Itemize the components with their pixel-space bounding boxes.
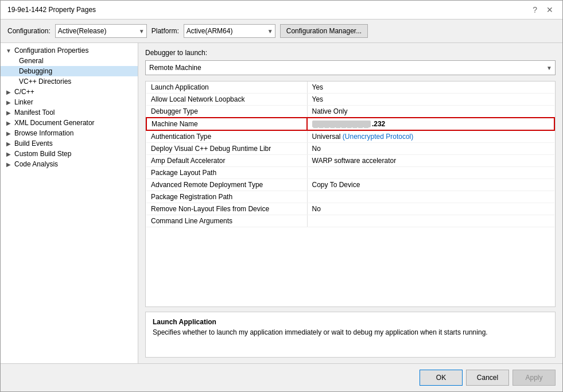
table-row[interactable]: Allow Local Network Loopback Yes: [146, 94, 554, 106]
sidebar-item-vc-dirs[interactable]: VC++ Directories: [1, 76, 138, 87]
prop-name: Package Layout Path: [146, 167, 307, 179]
table-row-machine-name[interactable]: Machine Name ██████████.232: [146, 118, 554, 130]
config-manager-button[interactable]: Configuration Manager...: [280, 24, 368, 38]
right-panel: Debugger to launch: Remote Machine Local…: [138, 43, 562, 363]
table-row[interactable]: Deploy Visual C++ Debug Runtime Libr No: [146, 143, 554, 155]
platform-select[interactable]: Active(ARM64) x64 x86: [184, 24, 275, 38]
sidebar-item-label: Debugging: [19, 67, 52, 75]
prop-name: Advanced Remote Deployment Type: [146, 179, 307, 191]
expander-icon: ▶: [5, 120, 12, 126]
table-row[interactable]: Amp Default Accelerator WARP software ac…: [146, 155, 554, 167]
sidebar-item-manifest-tool[interactable]: ▶ Manifest Tool: [1, 107, 138, 118]
dialog-title: 19-9e1-1442 Property Pages: [7, 6, 96, 14]
prop-name: Machine Name: [146, 118, 307, 130]
prop-value: No: [307, 203, 554, 215]
config-label: Configuration:: [7, 27, 51, 35]
table-row[interactable]: Command Line Arguments: [146, 215, 554, 227]
main-content: ▼ Configuration Properties General Debug…: [1, 43, 562, 363]
expander-icon: ▶: [5, 161, 12, 168]
table-row[interactable]: Package Layout Path: [146, 167, 554, 179]
title-bar: 19-9e1-1442 Property Pages ? ✕: [1, 1, 562, 20]
prop-value: Yes: [307, 94, 554, 106]
prop-name: Launch Application: [146, 81, 307, 94]
prop-name: Debugger Type: [146, 106, 307, 118]
sidebar-item-cpp[interactable]: ▶ C/C++: [1, 87, 138, 97]
sidebar: ▼ Configuration Properties General Debug…: [1, 43, 138, 363]
button-bar: OK Cancel Apply: [1, 363, 562, 391]
table-row[interactable]: Debugger Type Native Only: [146, 106, 554, 118]
apply-button[interactable]: Apply: [512, 370, 556, 386]
description-title: Launch Application: [153, 318, 548, 326]
prop-value: Copy To Device: [307, 179, 554, 191]
machine-name-display: ██████████.232: [312, 120, 549, 128]
sidebar-item-label: Browse Information: [14, 129, 73, 137]
help-button[interactable]: ?: [530, 5, 539, 14]
config-select[interactable]: Active(Release) Debug Release: [55, 24, 147, 38]
prop-value: WARP software accelerator: [307, 155, 554, 167]
description-box: Launch Application Specifies whether to …: [145, 312, 556, 358]
ip-blurred: ██████████: [312, 121, 371, 127]
prop-value: [307, 167, 554, 179]
sidebar-item-label: Configuration Properties: [14, 46, 88, 55]
sidebar-item-linker[interactable]: ▶ Linker: [1, 97, 138, 107]
properties-table: Launch Application Yes Allow Local Netwo…: [146, 81, 555, 227]
properties-table-container: Launch Application Yes Allow Local Netwo…: [145, 81, 556, 307]
expander-icon: ▶: [5, 89, 12, 95]
expander-icon: ▶: [5, 151, 12, 157]
sidebar-item-config-props[interactable]: ▼ Configuration Properties: [1, 45, 138, 56]
sidebar-item-label: XML Document Generator: [14, 119, 95, 127]
table-row[interactable]: Package Registration Path: [146, 191, 554, 203]
sidebar-item-label: VC++ Directories: [19, 77, 71, 86]
table-row[interactable]: Remove Non-Layout Files from Device No: [146, 203, 554, 215]
sidebar-item-general[interactable]: General: [1, 56, 138, 66]
expander-icon: ▶: [5, 130, 12, 137]
prop-name: Command Line Arguments: [146, 215, 307, 227]
ok-button[interactable]: OK: [420, 370, 463, 386]
config-select-wrap: Active(Release) Debug Release ▼: [55, 24, 147, 38]
prop-value: [307, 215, 554, 227]
table-row[interactable]: Authentication Type Universal (Unencrypt…: [146, 130, 554, 143]
sidebar-item-label: C/C++: [14, 88, 34, 96]
sidebar-item-label: Manifest Tool: [14, 108, 55, 117]
prop-value: Native Only: [307, 106, 554, 118]
expander-icon: ▶: [5, 110, 12, 116]
description-text: Specifies whether to launch my applicati…: [153, 328, 548, 336]
expander-icon: ▶: [5, 141, 12, 147]
sidebar-item-label: Linker: [14, 98, 33, 106]
expander-icon: ▼: [5, 48, 12, 54]
sidebar-item-label: Code Analysis: [14, 160, 58, 168]
debugger-select[interactable]: Remote Machine Local Machine Simulator: [145, 60, 556, 75]
prop-value: No: [307, 143, 554, 155]
prop-value: Universal (Unencrypted Protocol): [307, 130, 554, 143]
sidebar-item-code-analysis[interactable]: ▶ Code Analysis: [1, 159, 138, 169]
prop-name: Deploy Visual C++ Debug Runtime Libr: [146, 143, 307, 155]
debugger-select-wrap: Remote Machine Local Machine Simulator ▼: [145, 60, 556, 75]
sidebar-item-debugging[interactable]: Debugging: [1, 66, 138, 76]
prop-value-machine-name: ██████████.232: [307, 118, 554, 130]
sidebar-item-browse-info[interactable]: ▶ Browse Information: [1, 128, 138, 138]
ip-suffix: .232: [372, 120, 385, 128]
sidebar-item-label: Custom Build Step: [14, 150, 71, 158]
sidebar-item-label: General: [19, 57, 44, 65]
sidebar-item-custom-build[interactable]: ▶ Custom Build Step: [1, 149, 138, 159]
cancel-button[interactable]: Cancel: [466, 370, 509, 386]
title-bar-buttons: ? ✕: [530, 5, 556, 14]
debugger-label: Debugger to launch:: [145, 49, 556, 57]
property-pages-dialog: 19-9e1-1442 Property Pages ? ✕ Configura…: [0, 0, 563, 392]
prop-name: Package Registration Path: [146, 191, 307, 203]
table-row[interactable]: Advanced Remote Deployment Type Copy To …: [146, 179, 554, 191]
platform-select-wrap: Active(ARM64) x64 x86 ▼: [184, 24, 275, 38]
close-button[interactable]: ✕: [544, 5, 556, 14]
sidebar-item-xml-doc[interactable]: ▶ XML Document Generator: [1, 118, 138, 128]
platform-label: Platform:: [152, 27, 179, 35]
sidebar-item-build-events[interactable]: ▶ Build Events: [1, 138, 138, 149]
expander-icon: ▶: [5, 99, 12, 106]
prop-value: Yes: [307, 81, 554, 94]
prop-name: Amp Default Accelerator: [146, 155, 307, 167]
table-row[interactable]: Launch Application Yes: [146, 81, 554, 94]
config-bar: Configuration: Active(Release) Debug Rel…: [1, 20, 562, 43]
prop-name: Remove Non-Layout Files from Device: [146, 203, 307, 215]
unencrypted-link[interactable]: (Unencrypted Protocol): [343, 133, 413, 141]
prop-name: Authentication Type: [146, 130, 307, 143]
sidebar-item-label: Build Events: [14, 139, 53, 148]
